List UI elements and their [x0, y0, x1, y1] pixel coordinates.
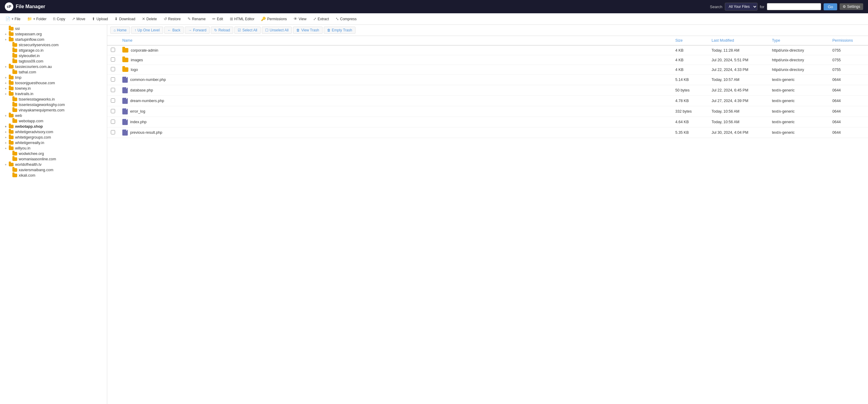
- sidebar-item[interactable]: tsseriesstageworks.in: [0, 97, 107, 102]
- search-area: Search All Your Files for Go ⚙ Settings: [710, 3, 863, 10]
- file-name-cell[interactable]: corporate-admin: [119, 45, 672, 55]
- folder-icon: [9, 114, 13, 118]
- sidebar-item[interactable]: +whitetigergroups.com: [0, 135, 107, 140]
- row-checkbox[interactable]: [111, 130, 115, 134]
- row-checkbox[interactable]: [111, 67, 115, 71]
- sidebar-item[interactable]: +web: [0, 113, 107, 118]
- sidebar-item[interactable]: +toosonjguesthouse.com: [0, 80, 107, 86]
- sidebar-item[interactable]: wodwichee.org: [0, 151, 107, 156]
- file-name-cell[interactable]: common-number.php: [119, 74, 672, 85]
- sidebar-item[interactable]: +whitetigeradvisory.com: [0, 129, 107, 135]
- file-name-cell[interactable]: error_log: [119, 106, 672, 117]
- up-one-level-button[interactable]: ↑ Up One Level: [131, 27, 163, 34]
- table-row[interactable]: images4 KBJul 20, 2024, 5:51 PMhttpd/uni…: [107, 55, 868, 65]
- sidebar-item[interactable]: stcsecurityservices.com: [0, 42, 107, 48]
- sidebar-item[interactable]: tathal.com: [0, 69, 107, 75]
- view-button[interactable]: 👁 View: [290, 15, 310, 22]
- sidebar-item[interactable]: +towney.in: [0, 86, 107, 91]
- table-row[interactable]: index.php4.64 KBToday, 10:56 AMtext/x-ge…: [107, 117, 868, 127]
- edit-button[interactable]: ✏ Edit: [209, 15, 226, 22]
- table-row[interactable]: database.php50 bytesJul 22, 2024, 6:45 P…: [107, 85, 868, 96]
- expand-icon: +: [5, 136, 8, 139]
- type-col-header[interactable]: Type: [768, 36, 829, 45]
- row-checkbox[interactable]: [111, 98, 115, 103]
- table-row[interactable]: common-number.php5.14 KBToday, 10:57 AMt…: [107, 74, 868, 85]
- table-row[interactable]: corporate-admin4 KBToday, 11:28 AMhttpd/…: [107, 45, 868, 55]
- sidebar-item[interactable]: styleoutlet.in: [0, 53, 107, 59]
- sidebar-item[interactable]: ssi: [0, 26, 107, 31]
- reload-button[interactable]: ↻ Reload: [211, 27, 233, 34]
- row-checkbox[interactable]: [111, 109, 115, 113]
- file-name-cell[interactable]: database.php: [119, 85, 672, 96]
- file-name-cell[interactable]: previous-result.php: [119, 127, 672, 138]
- up-one-level-label: Up One Level: [137, 28, 159, 32]
- sidebar-item[interactable]: +startupinflow.com: [0, 37, 107, 42]
- move-button[interactable]: ↗ Move: [69, 15, 88, 22]
- upload-button[interactable]: ⬆ Upload: [89, 15, 111, 22]
- rename-button[interactable]: ✎ Rename: [185, 15, 209, 22]
- extract-button[interactable]: ⤢ Extract: [310, 15, 332, 22]
- new-folder-button[interactable]: 📁 + Folder: [24, 15, 50, 22]
- row-checkbox[interactable]: [111, 48, 115, 52]
- folder-icon: [12, 119, 17, 123]
- sidebar-item[interactable]: vinayakamequipments.com: [0, 107, 107, 113]
- file-type: text/x-generic: [768, 96, 829, 106]
- last-modified-col-header[interactable]: Last Modified: [708, 36, 768, 45]
- unselect-all-button[interactable]: ☐ Unselect All: [262, 27, 292, 34]
- file-name-cell[interactable]: images: [119, 55, 672, 65]
- sidebar-item[interactable]: +travtrails.in: [0, 91, 107, 97]
- download-button[interactable]: ⬇ Download: [112, 15, 138, 22]
- search-input[interactable]: [767, 3, 821, 10]
- file-name-cell[interactable]: logo: [119, 65, 672, 74]
- table-row[interactable]: dream-numbers.php4.78 KBJul 27, 2024, 4:…: [107, 96, 868, 106]
- sidebar-item[interactable]: +sstepassam.org: [0, 31, 107, 37]
- sidebar-item[interactable]: sttgarage.co.in: [0, 48, 107, 53]
- row-checkbox[interactable]: [111, 57, 115, 62]
- sidebar-item[interactable]: +worldofhealth.tv: [0, 162, 107, 167]
- sidebar-item[interactable]: tagtoss09.com: [0, 59, 107, 64]
- new-file-button[interactable]: 📄 + File: [2, 15, 24, 22]
- sidebar-item[interactable]: xaviersmaibang.com: [0, 167, 107, 173]
- permissions-col-header[interactable]: Permissions: [829, 36, 868, 45]
- file-name: previous-result.php: [130, 130, 162, 135]
- empty-trash-button[interactable]: 🗑 Empty Trash: [324, 27, 355, 34]
- home-button[interactable]: ⌂ Home: [110, 27, 130, 34]
- table-row[interactable]: previous-result.php5.35 KBJul 30, 2024, …: [107, 127, 868, 138]
- view-trash-button[interactable]: 🗑 View Trash: [293, 27, 322, 34]
- sidebar-item[interactable]: +willyou.in: [0, 146, 107, 151]
- select-all-button[interactable]: ☑ Select All: [235, 27, 260, 34]
- copy-button[interactable]: ⎘ Copy: [50, 15, 68, 22]
- search-scope-select[interactable]: All Your Files: [725, 3, 757, 10]
- forward-button[interactable]: → Forward: [185, 27, 210, 34]
- table-row[interactable]: logo4 KBJul 22, 2024, 4:33 PMhttpd/unix-…: [107, 65, 868, 74]
- back-button[interactable]: ← Back: [164, 27, 184, 34]
- file-name-cell[interactable]: index.php: [119, 117, 672, 127]
- sidebar-item[interactable]: +tmp: [0, 75, 107, 80]
- name-col-header[interactable]: Name: [119, 36, 672, 45]
- sidebar-item-label: tagtoss09.com: [19, 59, 43, 63]
- settings-button[interactable]: ⚙ Settings: [840, 3, 863, 10]
- compress-button[interactable]: ⤡ Compress: [333, 15, 360, 22]
- permissions-button[interactable]: 🔑 Permissions: [258, 15, 290, 22]
- sidebar-item[interactable]: xikali.com: [0, 173, 107, 178]
- html-editor-button[interactable]: ⊞ HTML Editor: [227, 15, 258, 22]
- sidebar-item[interactable]: +webotapp.shop: [0, 124, 107, 129]
- row-checkbox[interactable]: [111, 120, 115, 124]
- restore-button[interactable]: ↺ Restore: [161, 15, 184, 22]
- back-label: Back: [173, 28, 181, 32]
- file-name-cell[interactable]: dream-numbers.php: [119, 96, 672, 106]
- sidebar-item[interactable]: +tassiecouriers.com.au: [0, 64, 107, 69]
- search-for-label: for: [760, 4, 765, 9]
- row-checkbox[interactable]: [111, 88, 115, 92]
- row-checkbox[interactable]: [111, 77, 115, 82]
- delete-button[interactable]: ✕ Delete: [139, 15, 160, 22]
- sidebar-item[interactable]: +whitetigerrealty.in: [0, 140, 107, 146]
- size-col-header[interactable]: Size: [672, 36, 708, 45]
- view-trash-label: View Trash: [301, 28, 319, 32]
- sidebar-item[interactable]: webotapp.com: [0, 118, 107, 124]
- file-type: text/x-generic: [768, 85, 829, 96]
- table-row[interactable]: error_log332 bytesToday, 10:56 AMtext/x-…: [107, 106, 868, 117]
- search-go-button[interactable]: Go: [824, 3, 837, 10]
- sidebar-item[interactable]: tsseriesstageworksghy.com: [0, 102, 107, 107]
- sidebar-item[interactable]: womaniaasonline.com: [0, 156, 107, 162]
